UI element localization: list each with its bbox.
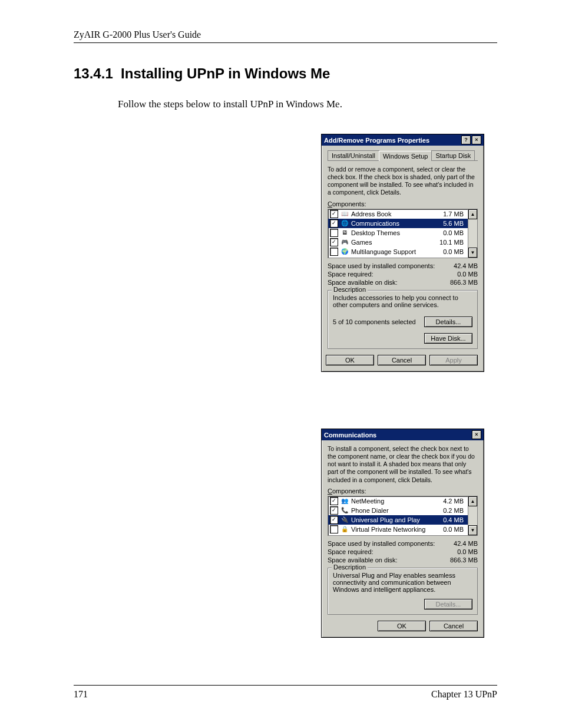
stat-value: 42.4 MB bbox=[454, 540, 478, 547]
components-label: Components: bbox=[328, 487, 478, 495]
description-text: Universal Plug and Play enables seamless… bbox=[333, 572, 472, 593]
scroll-down-icon[interactable]: ▼ bbox=[468, 525, 477, 535]
close-icon[interactable]: × bbox=[472, 430, 481, 439]
item-name: Multilanguage Support bbox=[351, 248, 416, 255]
page-number: 171 bbox=[74, 689, 88, 700]
description-label: Description bbox=[332, 564, 368, 571]
checkbox[interactable] bbox=[330, 229, 338, 237]
item-icon: 🔒 bbox=[340, 525, 349, 533]
list-item[interactable]: ✓👥NetMeeting4.2 MB bbox=[328, 496, 468, 506]
titlebar: Communications × bbox=[322, 429, 484, 440]
section-number: 13.4.1 bbox=[74, 65, 113, 81]
list-item[interactable]: 🌍Multilanguage Support0.0 MB bbox=[328, 247, 468, 256]
stat-value: 42.4 MB bbox=[454, 262, 478, 269]
have-disk-button[interactable]: Have Disk... bbox=[424, 333, 472, 344]
tab-windows-setup[interactable]: Windows Setup bbox=[379, 151, 432, 161]
scroll-up-icon[interactable]: ▲ bbox=[468, 209, 477, 219]
instruction-text: To add or remove a component, select or … bbox=[328, 166, 478, 197]
stat-value: 866.3 MB bbox=[450, 279, 478, 286]
close-icon[interactable]: × bbox=[472, 136, 481, 144]
item-name: Phone Dialer bbox=[351, 507, 389, 514]
stat-label: Space used by installed components: bbox=[328, 540, 435, 547]
stat-value: 866.3 MB bbox=[450, 556, 478, 564]
checkbox[interactable]: ✓ bbox=[330, 506, 338, 515]
apply-button[interactable]: Apply bbox=[429, 355, 478, 365]
tab-startup-disk[interactable]: Startup Disk bbox=[431, 150, 475, 160]
checkbox[interactable]: ✓ bbox=[330, 516, 338, 524]
page-header: ZyAIR G-2000 Plus User's Guide bbox=[74, 29, 497, 43]
scrollbar[interactable]: ▲ ▼ bbox=[468, 496, 477, 535]
description-group: Description Includes accessories to help… bbox=[328, 290, 478, 349]
checkbox[interactable] bbox=[330, 525, 338, 533]
stat-label: Space required: bbox=[328, 548, 373, 555]
tab-strip: Install/Uninstall Windows Setup Startup … bbox=[328, 150, 478, 161]
scroll-down-icon[interactable]: ▼ bbox=[468, 248, 477, 258]
list-item[interactable]: ✓🎮Games10.1 MB bbox=[328, 238, 468, 247]
selected-count: 5 of 10 components selected bbox=[333, 318, 416, 325]
components-label: Components: bbox=[328, 200, 478, 207]
item-size: 0.0 MB bbox=[443, 229, 466, 236]
item-name: Games bbox=[351, 239, 372, 246]
add-remove-programs-dialog: Add/Remove Programs Properties ? × Insta… bbox=[321, 134, 484, 372]
item-icon: 📞 bbox=[340, 506, 349, 514]
space-stats: Space used by installed components:42.4 … bbox=[328, 262, 478, 286]
section-heading: 13.4.1 Installing UPnP in Windows Me bbox=[74, 65, 497, 82]
item-icon: 🌍 bbox=[340, 248, 349, 255]
space-stats: Space used by installed components:42.4 … bbox=[328, 539, 478, 564]
section-title-text: Installing UPnP in Windows Me bbox=[121, 65, 330, 81]
item-name: NetMeeting bbox=[351, 498, 384, 505]
ok-button[interactable]: OK bbox=[326, 355, 374, 365]
stat-value: 0.0 MB bbox=[457, 271, 478, 278]
item-size: 0.4 MB bbox=[443, 516, 466, 523]
item-name: Virtual Private Networking bbox=[351, 526, 425, 533]
item-icon: 👥 bbox=[340, 497, 349, 505]
item-name: Address Book bbox=[351, 210, 391, 218]
stat-label: Space available on disk: bbox=[328, 279, 398, 286]
titlebar: Add/Remove Programs Properties ? × bbox=[322, 134, 484, 146]
list-item[interactable]: ✓📞Phone Dialer0.2 MB bbox=[328, 506, 468, 515]
scroll-up-icon[interactable]: ▲ bbox=[468, 496, 477, 506]
chapter-label: Chapter 13 UPnP bbox=[431, 689, 497, 700]
list-item[interactable]: ✓🌐Communications5.6 MB bbox=[328, 219, 468, 228]
description-label: Description bbox=[332, 286, 368, 293]
item-size: 5.6 MB bbox=[443, 220, 466, 227]
components-listbox[interactable]: ✓📖Address Book1.7 MB✓🌐Communications5.6 … bbox=[328, 209, 478, 258]
dialog-title: Communications bbox=[324, 431, 376, 439]
checkbox[interactable]: ✓ bbox=[330, 497, 338, 505]
list-item[interactable]: ✓📖Address Book1.7 MB bbox=[328, 209, 468, 219]
item-size: 0.0 MB bbox=[443, 526, 466, 533]
help-icon[interactable]: ? bbox=[461, 136, 471, 144]
instruction-text: To install a component, select the check… bbox=[328, 445, 478, 484]
details-button[interactable]: Details... bbox=[424, 599, 472, 610]
dialog-title: Add/Remove Programs Properties bbox=[324, 137, 429, 144]
item-icon: 🔌 bbox=[340, 516, 349, 523]
item-name: Desktop Themes bbox=[351, 229, 400, 236]
stat-label: Space required: bbox=[328, 271, 373, 278]
cancel-button[interactable]: Cancel bbox=[378, 355, 426, 365]
communications-dialog: Communications × To install a component,… bbox=[321, 429, 484, 638]
checkbox[interactable]: ✓ bbox=[330, 210, 338, 218]
item-icon: 🎮 bbox=[340, 238, 349, 246]
list-item[interactable]: ✓🔌Universal Plug and Play0.4 MB bbox=[328, 515, 468, 525]
stat-label: Space used by installed components: bbox=[328, 262, 435, 269]
item-size: 1.7 MB bbox=[443, 210, 466, 218]
checkbox[interactable]: ✓ bbox=[330, 219, 338, 228]
ok-button[interactable]: OK bbox=[378, 621, 426, 631]
scrollbar[interactable]: ▲ ▼ bbox=[468, 209, 477, 258]
components-listbox[interactable]: ✓👥NetMeeting4.2 MB✓📞Phone Dialer0.2 MB✓🔌… bbox=[328, 496, 478, 536]
item-icon: 🌐 bbox=[340, 219, 349, 227]
checkbox[interactable] bbox=[330, 248, 338, 256]
list-item[interactable]: 🖥Desktop Themes0.0 MB bbox=[328, 228, 468, 238]
description-text: Includes accessories to help you connect… bbox=[333, 294, 472, 311]
tab-install-uninstall[interactable]: Install/Uninstall bbox=[328, 150, 379, 160]
details-button[interactable]: Details... bbox=[424, 317, 472, 327]
item-size: 0.0 MB bbox=[443, 248, 466, 255]
item-size: 0.2 MB bbox=[443, 507, 466, 514]
stat-label: Space available on disk: bbox=[328, 556, 398, 564]
description-group: Description Universal Plug and Play enab… bbox=[328, 568, 478, 615]
intro-text: Follow the steps below to install UPnP i… bbox=[118, 98, 497, 110]
list-item[interactable]: 🔒Virtual Private Networking0.0 MB bbox=[328, 525, 468, 534]
item-size: 10.1 MB bbox=[439, 239, 466, 246]
checkbox[interactable]: ✓ bbox=[330, 238, 338, 246]
cancel-button[interactable]: Cancel bbox=[429, 621, 478, 631]
